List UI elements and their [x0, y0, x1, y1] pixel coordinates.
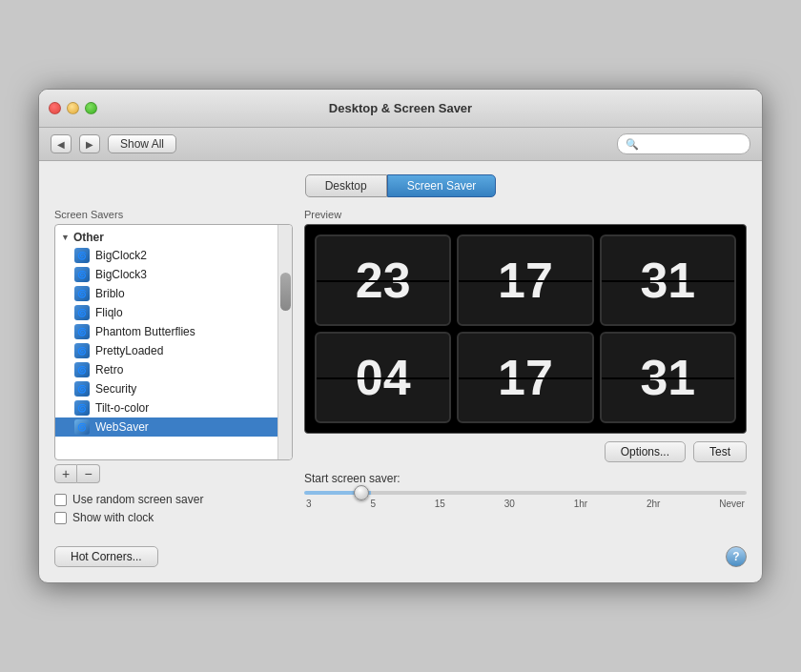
preview-buttons: Options... Test	[304, 441, 747, 462]
options-button[interactable]: Options...	[605, 441, 686, 462]
tick-2: 5	[370, 499, 376, 509]
scrollbar-thumb[interactable]	[280, 273, 291, 311]
slider-ticks: 3 5 15 30 1hr 2hr Never	[304, 499, 747, 509]
item-label: Security	[95, 382, 136, 396]
slider-section: Start screen saver: 3 5 15 30 1hr 2hr Ne…	[304, 472, 747, 509]
list-item[interactable]: 🌀 Security	[55, 379, 277, 398]
item-label: BigClock3	[95, 268, 147, 281]
left-panel: Screen Savers ▼ Other 🌀 BigClock2 🌀	[54, 209, 293, 529]
checkboxes: Use random screen saver Show with clock	[54, 493, 293, 524]
title-bar: Desktop & Screen Saver	[39, 90, 762, 128]
window-title: Desktop & Screen Saver	[329, 101, 472, 115]
expand-icon: ▼	[61, 233, 70, 242]
flip-tile-top-1: 23	[315, 234, 451, 326]
list-item[interactable]: 🌀 BigClock2	[55, 246, 277, 265]
screen-savers-label: Screen Savers	[54, 209, 293, 220]
flip-tile-bottom-3: 31	[600, 332, 736, 423]
item-label: Briblo	[95, 287, 125, 300]
clock-checkbox-row: Show with clock	[54, 511, 293, 524]
list-item[interactable]: 🌀 PrettyLoaded	[55, 341, 277, 360]
item-icon: 🌀	[74, 343, 90, 358]
slider-label: Start screen saver:	[304, 472, 747, 485]
item-label: BigClock2	[95, 249, 147, 262]
tick-6: 2hr	[647, 499, 660, 509]
item-label: PrettyLoaded	[95, 344, 163, 357]
forward-button[interactable]: ▶	[79, 134, 100, 153]
main-content: Screen Savers ▼ Other 🌀 BigClock2 🌀	[54, 209, 747, 529]
list-item[interactable]: 🌀 Phantom Butterflies	[55, 322, 277, 341]
tab-screen-saver[interactable]: Screen Saver	[387, 174, 497, 197]
tick-7: Never	[719, 499, 745, 509]
slider-track	[304, 491, 747, 495]
remove-item-button[interactable]: −	[77, 464, 100, 483]
traffic-lights	[49, 102, 97, 114]
list-item[interactable]: 🌀 Fliqlo	[55, 303, 277, 322]
toolbar: ◀ ▶ Show All 🔍	[39, 128, 762, 161]
item-icon: 🌀	[74, 305, 90, 320]
add-item-button[interactable]: +	[54, 464, 77, 483]
group-label: Other	[73, 231, 104, 244]
search-box: 🔍	[617, 133, 750, 154]
item-label: Retro	[95, 363, 123, 377]
list-item[interactable]: 🌀 Retro	[55, 360, 277, 379]
item-icon: 🌀	[74, 381, 90, 397]
help-button[interactable]: ?	[726, 546, 747, 567]
maximize-button[interactable]	[85, 102, 97, 114]
list-item-selected[interactable]: 🌀 WebSaver	[55, 417, 277, 437]
tick-3: 15	[435, 499, 445, 509]
item-label: WebSaver	[95, 420, 149, 434]
screen-savers-list: ▼ Other 🌀 BigClock2 🌀 BigClock3 🌀	[54, 224, 293, 460]
list-inner: ▼ Other 🌀 BigClock2 🌀 BigClock3 🌀	[55, 225, 292, 440]
random-checkbox-row: Use random screen saver	[54, 493, 293, 506]
random-checkbox-label: Use random screen saver	[72, 493, 203, 506]
tick-5: 1hr	[574, 499, 587, 509]
item-icon: 🌀	[74, 400, 90, 416]
item-icon: 🌀	[74, 286, 90, 301]
main-window: Desktop & Screen Saver ◀ ▶ Show All 🔍 De…	[38, 89, 763, 583]
item-icon: 🌀	[74, 419, 90, 435]
bottom-bar: Hot Corners... ?	[54, 542, 747, 567]
group-header: ▼ Other	[55, 229, 277, 246]
item-icon: 🌀	[74, 324, 90, 339]
minimize-button[interactable]	[67, 102, 79, 114]
item-label: Tilt-o-color	[95, 401, 149, 415]
item-icon: 🌀	[74, 248, 90, 263]
flip-tile-top-3: 31	[600, 234, 736, 326]
content-area: Desktop Screen Saver Screen Savers ▼ Oth…	[39, 161, 762, 582]
item-icon: 🌀	[74, 362, 90, 377]
preview-area: 23 17 31 04 17 31	[304, 224, 747, 434]
scrollbar[interactable]	[277, 225, 292, 459]
tick-4: 30	[504, 499, 515, 509]
slider-thumb[interactable]	[354, 485, 369, 500]
tick-1: 3	[306, 499, 312, 509]
item-icon: 🌀	[74, 267, 90, 282]
flip-tile-bottom-1: 04	[315, 332, 451, 423]
random-checkbox[interactable]	[54, 494, 67, 506]
tab-desktop[interactable]: Desktop	[305, 174, 387, 197]
test-button[interactable]: Test	[693, 441, 747, 462]
preview-label: Preview	[304, 209, 747, 220]
flip-clock: 23 17 31 04 17 31	[305, 225, 746, 433]
list-item[interactable]: 🌀 BigClock3	[55, 265, 277, 284]
back-button[interactable]: ◀	[51, 134, 72, 153]
hot-corners-button[interactable]: Hot Corners...	[54, 546, 158, 567]
right-panel: Preview 23 17 31 04 17 31 Options... Tes…	[304, 209, 747, 529]
list-item[interactable]: 🌀 Briblo	[55, 284, 277, 303]
search-icon: 🔍	[626, 138, 639, 151]
show-all-button[interactable]: Show All	[108, 134, 176, 153]
list-item[interactable]: 🌀 Tilt-o-color	[55, 398, 277, 417]
close-button[interactable]	[49, 102, 61, 114]
item-label: Phantom Butterflies	[95, 325, 195, 338]
clock-checkbox-label: Show with clock	[72, 511, 154, 524]
search-input[interactable]	[643, 138, 742, 150]
flip-tile-top-2: 17	[457, 234, 593, 326]
list-controls: + −	[54, 464, 293, 483]
item-label: Fliqlo	[95, 306, 123, 319]
flip-tile-bottom-2: 17	[457, 332, 593, 423]
clock-checkbox[interactable]	[54, 512, 67, 524]
tab-bar: Desktop Screen Saver	[54, 174, 747, 197]
